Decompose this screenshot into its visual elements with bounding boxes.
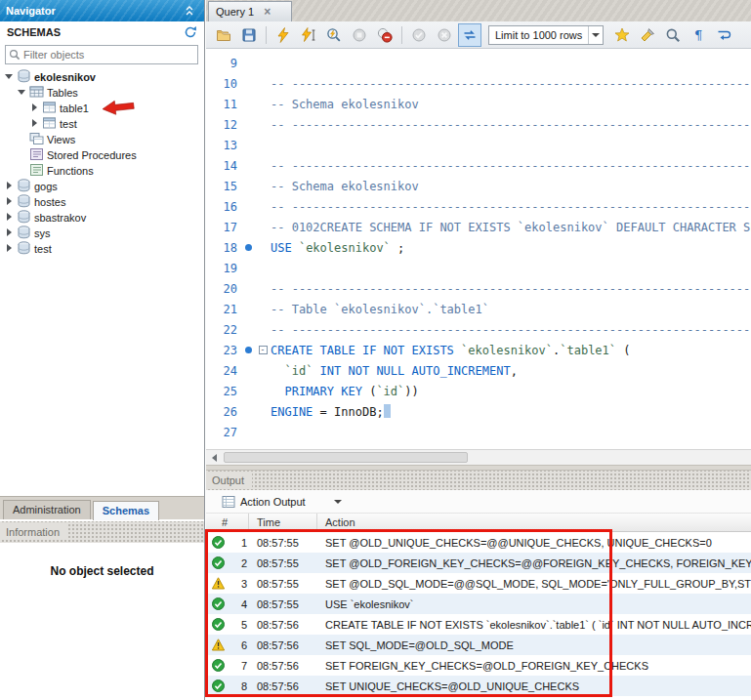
auto-commit-button[interactable] — [458, 23, 481, 47]
editor-line[interactable]: 27 — [206, 422, 751, 442]
editor-line[interactable]: 16-- -----------------------------------… — [206, 196, 751, 217]
output-row-8[interactable]: 808:57:56SET UNIQUE_CHECKS=@OLD_UNIQUE_C… — [206, 676, 751, 696]
sidebar-item-stored-procedures[interactable]: Stored Procedures — [0, 146, 204, 162]
find-button[interactable] — [661, 23, 685, 47]
editor-line[interactable]: 11-- Schema ekolesnikov — [206, 94, 751, 114]
editor-line[interactable]: 20-- -----------------------------------… — [206, 278, 751, 299]
output-row-2[interactable]: 208:57:55SET @OLD_FOREIGN_KEY_CHECKS=@@F… — [206, 553, 751, 573]
wrap-button[interactable] — [712, 23, 735, 47]
invisibles-button[interactable]: ¶ — [687, 23, 710, 47]
tab-schemas[interactable]: Schemas — [93, 501, 159, 520]
editor-line[interactable]: 17-- 0102CREATE SCHEMA IF NOT EXISTS `ek… — [206, 217, 751, 237]
chevron-right-icon[interactable] — [4, 228, 14, 236]
limit-rows-dropdown[interactable]: Limit to 1000 rows — [488, 25, 604, 45]
editor-line[interactable]: 15-- Schema ekolesnikov — [206, 176, 751, 196]
output-row-1[interactable]: 108:57:55SET @OLD_UNIQUE_CHECKS=@@UNIQUE… — [206, 532, 751, 553]
fold-collapse-icon[interactable]: - — [255, 346, 271, 354]
editor-line[interactable]: 26ENGINE = InnoDB; — [206, 401, 751, 422]
find-icon — [665, 27, 681, 43]
output-row-7[interactable]: 708:57:56SET FOREIGN_KEY_CHECKS=@OLD_FOR… — [206, 655, 751, 676]
save-script-button[interactable] — [237, 23, 261, 47]
sidebar-item-test[interactable]: test — [0, 115, 204, 131]
line-number: 17 — [206, 221, 241, 234]
editor-line[interactable]: 23-CREATE TABLE IF NOT EXISTS `ekolesnik… — [206, 340, 751, 360]
sidebar-item-ekolesnikov[interactable]: ekolesnikov — [0, 68, 204, 84]
sidebar-item-table1[interactable]: table1 — [0, 100, 204, 115]
output-row-4[interactable]: 408:57:55USE `ekolesnikov` — [206, 594, 751, 614]
column-header-time[interactable]: Time — [249, 514, 317, 531]
tree-item-label: hostes — [34, 195, 65, 208]
line-number: 26 — [206, 405, 241, 419]
query-editor-panel: Query 1 × Limit to 1000 rows ¶ 910-- ---… — [206, 0, 751, 700]
row-action: SET @OLD_UNIQUE_CHECKS=@@UNIQUE_CHECKS, … — [317, 537, 751, 549]
scrollbar-thumb[interactable] — [224, 452, 468, 463]
filter-objects-input[interactable] — [23, 49, 194, 61]
tab-query1[interactable]: Query 1 × — [208, 1, 292, 21]
sidebar-item-test[interactable]: test — [0, 240, 204, 256]
line-text: CREATE TABLE IF NOT EXISTS `ekolesnikov`… — [271, 344, 751, 357]
output-row-3[interactable]: 308:57:55SET @OLD_SQL_MODE=@@SQL_MODE, S… — [206, 573, 751, 594]
editor-line[interactable]: 13 — [206, 135, 751, 155]
editor-line[interactable]: 22-- -----------------------------------… — [206, 319, 751, 340]
output-label: Output — [206, 473, 252, 488]
collapse-panel-icon[interactable] — [183, 5, 198, 17]
chevron-right-icon[interactable] — [29, 103, 39, 111]
line-number: 27 — [206, 426, 241, 439]
sidebar-item-hostes[interactable]: hostes — [0, 193, 204, 209]
chevron-right-icon[interactable] — [29, 119, 39, 127]
sql-editor[interactable]: 910-- ----------------------------------… — [206, 49, 751, 449]
editor-line[interactable]: 14-- -----------------------------------… — [206, 155, 751, 176]
text-cursor — [384, 404, 391, 418]
editor-horizontal-scrollbar[interactable] — [206, 449, 751, 465]
chevron-down-icon[interactable] — [4, 74, 14, 79]
stop-button[interactable] — [348, 23, 371, 47]
output-row-5[interactable]: 508:57:56CREATE TABLE IF NOT EXISTS `eko… — [206, 614, 751, 635]
explain-button[interactable] — [322, 23, 346, 47]
editor-line[interactable]: 10-- -----------------------------------… — [206, 73, 751, 94]
column-header-action[interactable]: Action — [317, 514, 751, 531]
sidebar-item-views[interactable]: Views — [0, 131, 204, 146]
column-header-index[interactable]: # — [206, 514, 249, 531]
open-script-button[interactable] — [212, 23, 235, 47]
close-tab-icon[interactable]: × — [264, 7, 271, 17]
row-index: 6 — [228, 639, 249, 651]
editor-line[interactable]: 19 — [206, 258, 751, 278]
editor-line[interactable]: 25 PRIMARY KEY (`id`)) — [206, 381, 751, 401]
scroll-left-button[interactable] — [206, 450, 222, 465]
execute-button[interactable] — [271, 23, 295, 47]
output-row-6[interactable]: 608:57:56SET SQL_MODE=@OLD_SQL_MODE — [206, 635, 751, 655]
chevron-right-icon[interactable] — [4, 244, 14, 252]
chevron-right-icon[interactable] — [4, 197, 14, 205]
line-number: 25 — [206, 385, 241, 398]
editor-line[interactable]: 9 — [206, 53, 751, 73]
stop-on-error-button[interactable] — [373, 23, 396, 47]
editor-line[interactable]: 12-- -----------------------------------… — [206, 114, 751, 135]
tab-administration[interactable]: Administration — [3, 500, 91, 519]
chevron-right-icon[interactable] — [4, 182, 14, 189]
refresh-schemas-icon[interactable] — [184, 25, 197, 39]
line-number: 15 — [206, 180, 241, 193]
clear-button[interactable] — [636, 23, 659, 47]
rollback-button[interactable] — [433, 23, 456, 47]
editor-line[interactable]: 18USE `ekolesnikov` ; — [206, 237, 751, 258]
sidebar-item-tables[interactable]: Tables — [0, 84, 204, 100]
chevron-right-icon[interactable] — [4, 213, 14, 221]
row-action: SET @OLD_SQL_MODE=@@SQL_MODE, SQL_MODE='… — [317, 578, 751, 590]
line-number: 24 — [206, 364, 241, 378]
mysql-workbench-window: Navigator SCHEMAS ekolesnikovTablestable… — [0, 0, 751, 700]
filter-box — [5, 45, 198, 64]
editor-line[interactable]: 21-- Table `ekolesnikov`.`table1` — [206, 299, 751, 319]
chevron-down-icon[interactable] — [17, 90, 26, 95]
editor-line[interactable]: 24 `id` INT NOT NULL AUTO_INCREMENT, — [206, 360, 751, 381]
commit-button[interactable] — [407, 23, 431, 47]
execute-current-button[interactable] — [297, 23, 320, 47]
output-rows: 108:57:55SET @OLD_UNIQUE_CHECKS=@@UNIQUE… — [206, 532, 751, 696]
sidebar-item-sbastrakov[interactable]: sbastrakov — [0, 209, 204, 225]
sidebar-bottom-tabs: Administration Schemas — [0, 496, 204, 519]
sidebar-item-sys[interactable]: sys — [0, 225, 204, 240]
sidebar-item-functions[interactable]: Functions — [0, 162, 204, 178]
line-text: USE `ekolesnikov` ; — [271, 241, 751, 255]
action-output-select[interactable]: Action Output — [216, 493, 348, 511]
save-snippet-button[interactable] — [610, 23, 634, 47]
sidebar-item-gogs[interactable]: gogs — [0, 178, 204, 193]
